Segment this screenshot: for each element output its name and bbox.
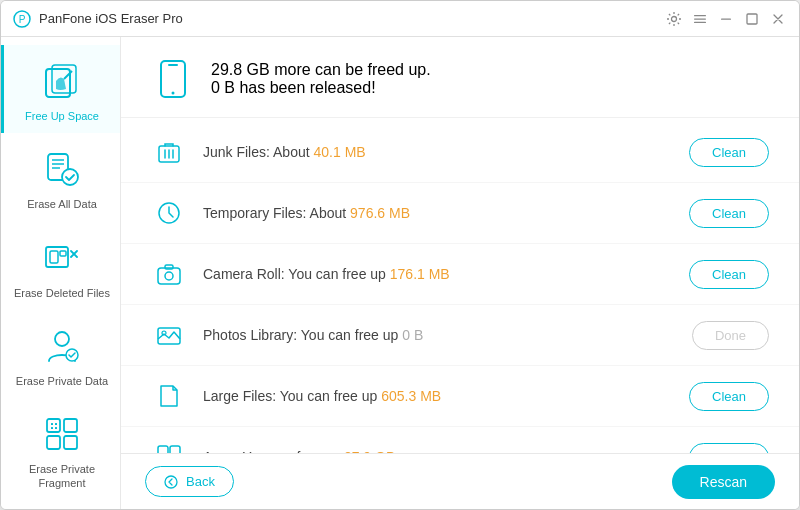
- list-item: Temporary Files: About 976.6 MB Clean: [121, 183, 799, 244]
- junk-files-amount: 40.1 MB: [314, 144, 366, 160]
- svg-point-38: [165, 272, 173, 280]
- photos-library-done-button: Done: [692, 321, 769, 350]
- sidebar-erase-all-data-label: Erase All Data: [27, 197, 97, 211]
- title-bar: P PanFone iOS Eraser Pro: [1, 1, 799, 37]
- photos-library-label: Photos Library: You can free up: [203, 327, 402, 343]
- svg-rect-3: [694, 15, 706, 16]
- sidebar-erase-private-fragment-label: Erase Private Fragment: [12, 462, 112, 491]
- svg-rect-17: [50, 251, 58, 263]
- list-item: Junk Files: About 40.1 MB Clean: [121, 122, 799, 183]
- app-icon: P: [13, 10, 31, 28]
- apps-icon: [151, 439, 187, 453]
- svg-rect-37: [158, 268, 180, 284]
- banner-size: 29.8 GB: [211, 61, 270, 78]
- svg-rect-5: [694, 21, 706, 22]
- svg-rect-22: [64, 419, 77, 432]
- camera-roll-clean-button[interactable]: Clean: [689, 260, 769, 289]
- items-list: Junk Files: About 40.1 MB Clean Temporar…: [121, 118, 799, 453]
- svg-rect-6: [721, 18, 731, 19]
- temp-files-icon: [151, 195, 187, 231]
- svg-point-15: [62, 169, 78, 185]
- list-item: Photos Library: You can free up 0 B Done: [121, 305, 799, 366]
- svg-rect-25: [51, 423, 53, 425]
- list-item: Camera Roll: You can free up 176.1 MB Cl…: [121, 244, 799, 305]
- svg-rect-39: [165, 265, 173, 269]
- menu-icon[interactable]: [691, 10, 709, 28]
- sidebar-item-free-up-space[interactable]: Free Up Space: [1, 45, 120, 133]
- svg-rect-23: [47, 436, 60, 449]
- junk-files-text: Junk Files: About 40.1 MB: [203, 144, 689, 160]
- large-files-label: Large Files: You can free up: [203, 388, 381, 404]
- camera-roll-text: Camera Roll: You can free up 176.1 MB: [203, 266, 689, 282]
- minimize-icon[interactable]: [717, 10, 735, 28]
- svg-rect-21: [47, 419, 60, 432]
- phone-icon: [151, 57, 195, 101]
- svg-rect-42: [158, 446, 168, 453]
- svg-point-46: [165, 476, 177, 488]
- photos-library-icon: [151, 317, 187, 353]
- back-button[interactable]: Back: [145, 466, 234, 497]
- banner-released-text: has been released!: [239, 79, 375, 96]
- junk-files-label: Junk Files: About: [203, 144, 314, 160]
- erase-all-data-icon: [40, 147, 84, 191]
- banner-size-line: 29.8 GB more can be freed up.: [211, 61, 431, 79]
- svg-rect-28: [55, 427, 57, 429]
- erase-deleted-files-icon: [40, 236, 84, 280]
- svg-rect-43: [170, 446, 180, 453]
- temp-files-label: Temporary Files: About: [203, 205, 350, 221]
- rescan-button[interactable]: Rescan: [672, 465, 775, 499]
- sidebar-free-up-space-label: Free Up Space: [25, 109, 99, 123]
- banner-released-amount: 0 B: [211, 79, 235, 96]
- sidebar-item-erase-private-fragment[interactable]: Erase Private Fragment: [1, 398, 120, 501]
- banner-released-line: 0 B has been released!: [211, 79, 431, 97]
- banner: 29.8 GB more can be freed up. 0 B has be…: [121, 37, 799, 118]
- camera-roll-label: Camera Roll: You can free up: [203, 266, 390, 282]
- large-files-clean-button[interactable]: Clean: [689, 382, 769, 411]
- window-title: PanFone iOS Eraser Pro: [39, 11, 665, 26]
- sidebar-item-erase-deleted-files[interactable]: Erase Deleted Files: [1, 222, 120, 310]
- sidebar: Free Up Space Erase All Data: [1, 37, 121, 509]
- junk-files-icon: [151, 134, 187, 170]
- maximize-icon[interactable]: [743, 10, 761, 28]
- window-controls: [665, 10, 787, 28]
- content-area: 29.8 GB more can be freed up. 0 B has be…: [121, 37, 799, 509]
- sidebar-item-erase-private-data[interactable]: Erase Private Data: [1, 310, 120, 398]
- large-files-amount: 605.3 MB: [381, 388, 441, 404]
- camera-roll-icon: [151, 256, 187, 292]
- svg-point-2: [672, 16, 677, 21]
- temp-files-clean-button[interactable]: Clean: [689, 199, 769, 228]
- photos-library-text: Photos Library: You can free up 0 B: [203, 327, 692, 343]
- svg-rect-26: [55, 423, 57, 425]
- back-button-label: Back: [186, 474, 215, 489]
- main-content: Free Up Space Erase All Data: [1, 37, 799, 509]
- svg-rect-24: [64, 436, 77, 449]
- svg-rect-18: [60, 251, 66, 256]
- banner-text: 29.8 GB more can be freed up. 0 B has be…: [211, 61, 431, 97]
- list-item: Large Files: You can free up 605.3 MB Cl…: [121, 366, 799, 427]
- sidebar-item-erase-all-data[interactable]: Erase All Data: [1, 133, 120, 221]
- svg-point-19: [55, 332, 69, 346]
- sidebar-erase-private-data-label: Erase Private Data: [16, 374, 108, 388]
- free-up-space-icon: [40, 59, 84, 103]
- settings-icon[interactable]: [665, 10, 683, 28]
- app-window: P PanFone iOS Eraser Pro: [0, 0, 800, 510]
- temp-files-text: Temporary Files: About 976.6 MB: [203, 205, 689, 221]
- svg-text:P: P: [19, 14, 26, 25]
- svg-rect-7: [747, 14, 757, 24]
- apps-clean-button[interactable]: Clean: [689, 443, 769, 454]
- large-files-text: Large Files: You can free up 605.3 MB: [203, 388, 689, 404]
- svg-point-31: [172, 92, 175, 95]
- banner-more-text: more can be freed up.: [274, 61, 431, 78]
- back-arrow-icon: [164, 475, 178, 489]
- camera-roll-amount: 176.1 MB: [390, 266, 450, 282]
- svg-rect-4: [694, 18, 706, 19]
- list-item: Apps: You can free up 27.9 GB Clean: [121, 427, 799, 453]
- large-files-icon: [151, 378, 187, 414]
- sidebar-erase-deleted-files-label: Erase Deleted Files: [14, 286, 110, 300]
- photos-library-amount: 0 B: [402, 327, 423, 343]
- junk-files-clean-button[interactable]: Clean: [689, 138, 769, 167]
- footer: Back Rescan: [121, 453, 799, 509]
- close-icon[interactable]: [769, 10, 787, 28]
- svg-rect-27: [51, 427, 53, 429]
- erase-private-data-icon: [40, 324, 84, 368]
